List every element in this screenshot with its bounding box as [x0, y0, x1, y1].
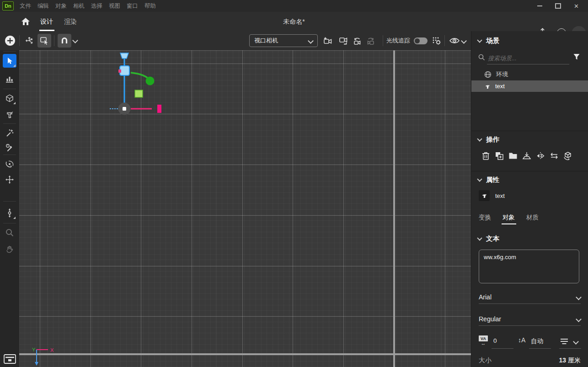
transform-gizmo[interactable] [105, 50, 187, 126]
zoom-tool[interactable] [3, 226, 16, 239]
size-label: 大小 [479, 356, 492, 365]
align-icon[interactable] [560, 338, 568, 345]
snap-magnet-button[interactable] [58, 34, 71, 48]
font-style-dropdown[interactable]: Regular [479, 314, 581, 324]
text-section-title: 文本 [486, 234, 499, 243]
window-controls: ✕ [537, 3, 588, 9]
delete-icon[interactable] [481, 151, 491, 161]
size-value[interactable]: 13 厘米 [559, 356, 581, 365]
magic-wand-tool[interactable] [3, 126, 16, 140]
viewport-camera-label: 视口相机 [254, 37, 278, 45]
save-camera-bookmark-icon[interactable] [322, 36, 332, 46]
align-chevron-icon[interactable] [573, 339, 579, 345]
tab-design[interactable]: 设计 [40, 12, 53, 31]
tab-object[interactable]: 对象 [502, 213, 515, 222]
chevron-down-icon [308, 38, 314, 44]
mirror-flip-icon[interactable] [535, 151, 545, 161]
redo-camera-move-icon[interactable] [366, 36, 376, 46]
gizmo-cube-handle[interactable] [120, 66, 129, 75]
grid-axis-horizontal [19, 353, 471, 355]
scene-search-input[interactable] [487, 52, 569, 64]
scene-item-label: text [495, 83, 505, 90]
tab-material[interactable]: 材质 [526, 213, 539, 222]
app-window: Dn 文件 编辑 对象 相机 选择 视图 窗口 帮助 ✕ 未命名* 设计 渲染 … [0, 0, 588, 367]
properties-section-header[interactable]: 属性 [478, 176, 499, 184]
eyedropper-tool[interactable] [3, 141, 16, 154]
drop-to-ground-icon[interactable] [522, 151, 532, 161]
scene-item-text[interactable]: text [471, 80, 588, 92]
swap-icon[interactable] [549, 151, 559, 161]
toolbar-separator [383, 35, 383, 46]
select-and-move-button[interactable] [37, 34, 51, 48]
menu-edit[interactable]: 编辑 [34, 0, 52, 12]
hand-tool[interactable] [3, 242, 16, 256]
group-folder-icon[interactable] [508, 151, 518, 161]
toggle-knob [415, 38, 420, 43]
menu-select[interactable]: 选择 [88, 0, 106, 12]
orbit-tool[interactable] [3, 157, 16, 171]
pan-tool[interactable] [3, 173, 16, 186]
tab-render[interactable]: 渲染 [64, 12, 77, 31]
search-icon [478, 54, 485, 61]
view-options-chevron-icon[interactable] [462, 39, 466, 43]
primitive-shapes-tool[interactable] [3, 91, 16, 105]
properties-title: 属性 [486, 176, 499, 184]
scene-section-header[interactable]: 场景 [478, 37, 499, 45]
gizmo-plane-handle[interactable] [135, 90, 143, 97]
sidebar-separator [3, 123, 16, 124]
add-content-button[interactable] [5, 35, 16, 46]
home-icon[interactable] [21, 17, 30, 26]
tracking-arrow: ↔ [479, 341, 488, 345]
tab-transform[interactable]: 变换 [479, 213, 491, 222]
tracking-value[interactable]: 0 [493, 337, 497, 344]
scene-item-label: 环境 [496, 70, 508, 79]
chevron-down-icon [576, 316, 582, 322]
menu-window[interactable]: 窗口 [123, 0, 141, 12]
switch-camera-icon[interactable] [338, 36, 348, 46]
field-underline [559, 348, 581, 349]
text-content-input[interactable]: ww.x6g.com [479, 250, 579, 283]
bar-chart-tool[interactable] [3, 72, 16, 86]
minimize-icon[interactable] [537, 5, 542, 6]
field-underline [479, 325, 581, 326]
menu-object[interactable]: 对象 [52, 0, 70, 12]
text-section-header[interactable]: 文本 [478, 234, 499, 243]
font-family-dropdown[interactable]: Arial [479, 292, 581, 303]
filter-icon[interactable] [573, 53, 580, 60]
menu-file[interactable]: 文件 [16, 0, 34, 12]
move-tool-icon[interactable] [24, 36, 34, 46]
select-tool[interactable] [3, 54, 16, 68]
close-icon[interactable]: ✕ [574, 3, 579, 9]
view-options-eye-icon[interactable] [449, 36, 460, 45]
viewport-canvas[interactable]: Y X [19, 50, 471, 367]
collapse-chevron-icon [477, 37, 482, 43]
scene-title: 场景 [486, 37, 499, 45]
ground-plane-icon[interactable] [3, 352, 16, 366]
scene-item-environment[interactable]: 环境 [471, 69, 588, 80]
raytrace-toggle[interactable] [414, 37, 428, 44]
gizmo-x-handle[interactable] [157, 105, 161, 113]
actions-section-header[interactable]: 操作 [478, 135, 499, 144]
menu-view[interactable]: 视图 [106, 0, 123, 12]
tools-sidebar [0, 50, 19, 367]
size-number: 13 [559, 356, 567, 364]
gizmo-rotate-ball-handle[interactable] [146, 77, 155, 85]
viewport-camera-dropdown[interactable]: 视口相机 [249, 34, 318, 47]
axis-z-arrow [35, 362, 38, 366]
maximize-icon[interactable] [555, 3, 561, 9]
snap-options-chevron-icon[interactable] [73, 38, 77, 43]
tab-object-underline [502, 223, 516, 224]
menu-help[interactable]: 帮助 [141, 0, 159, 12]
render-settings-icon[interactable] [432, 36, 442, 46]
world-axis-indicator: Y X [28, 342, 69, 367]
rotate-3d-icon[interactable] [563, 151, 573, 161]
dolly-tool[interactable] [3, 206, 16, 220]
duplicate-icon[interactable] [494, 151, 504, 161]
menu-camera[interactable]: 相机 [70, 0, 88, 12]
text-3d-tool[interactable] [3, 108, 16, 122]
sidebar-separator [3, 223, 16, 223]
app-logo: Dn [2, 1, 14, 11]
gizmo-y-cone-handle[interactable] [120, 53, 128, 59]
undo-camera-move-icon[interactable] [352, 36, 362, 46]
line-height-value[interactable]: 自动 [531, 337, 543, 346]
